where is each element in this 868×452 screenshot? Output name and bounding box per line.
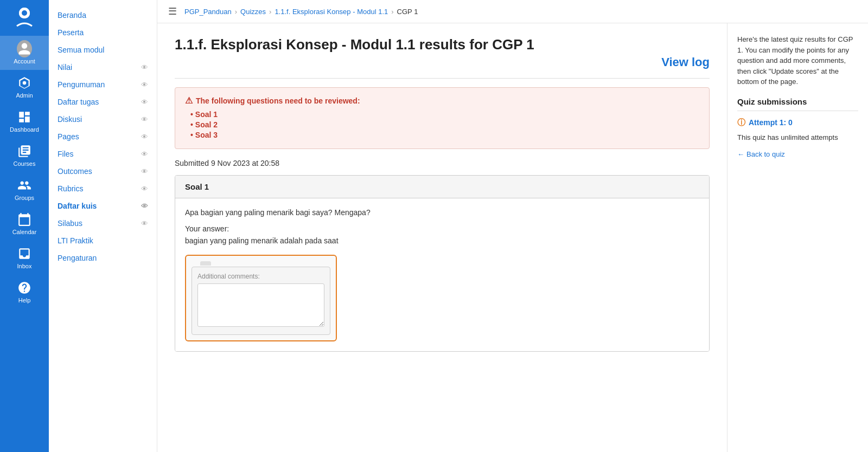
question-card-body: Apa bagian yang paling menarik bagi saya… [175,198,709,351]
question-card-header: Soal 1 [175,176,709,198]
nav-label-courses: Courses [14,160,36,167]
nav-logo [11,5,37,31]
nav-bar: Account Admin Dashboard Courses [0,0,49,452]
sidebar-item-pages[interactable]: Pages 👁 [49,128,157,145]
breadcrumb-sep-1: › [235,8,237,16]
comments-tab [200,261,211,266]
attempt-badge: ⓘ Attempt 1: 0 [737,118,858,128]
back-to-quiz-link[interactable]: ← Back to quiz [737,150,858,158]
sidebar-item-nilai[interactable]: Nilai 👁 [49,59,157,76]
top-bar: ☰ PGP_Panduan › Quizzes › 1.1.f. Eksplor… [157,0,868,23]
right-panel: Here's the latest quiz results for CGP 1… [727,23,868,452]
nav-item-account[interactable]: Account [0,36,49,70]
eye-icon-daftar-tugas: 👁 [141,98,148,106]
nav-label-groups: Groups [15,195,34,201]
svg-point-2 [23,81,27,85]
right-panel-description: Here's the latest quiz results for CGP 1… [737,34,858,87]
submitted-text: Submitted 9 Nov 2023 at 20:58 [175,159,710,167]
sidebar-item-rubrics[interactable]: Rubrics 👁 [49,180,157,197]
breadcrumb-eksplorasi[interactable]: 1.1.f. Eksplorasi Konsep - Modul 1.1 [275,8,388,16]
sidebar-item-diskusi[interactable]: Diskusi 👁 [49,111,157,128]
eye-icon-outcomes: 👁 [141,167,148,176]
sidebar: Beranda Peserta Semua modul Nilai 👁 Peng… [49,0,157,452]
admin-icon [17,75,32,91]
breadcrumb-sep-3: › [391,8,393,16]
dashboard-icon [17,109,32,125]
sidebar-item-daftar-tugas[interactable]: Daftar tugas 👁 [49,93,157,111]
eye-icon-pengumuman: 👁 [141,81,148,89]
sidebar-item-semua-modul[interactable]: Semua modul [49,41,157,59]
nav-label-account: Account [14,58,35,64]
review-warning: ⚠ The following questions need to be rev… [175,87,710,149]
eye-icon-daftar-kuis: 👁 [141,202,148,210]
content-area: 1.1.f. Eksplorasi Konsep - Modul 1.1 res… [157,23,868,452]
unlimited-text: This quiz has unlimited attempts [737,132,858,143]
comments-textarea[interactable] [197,283,324,327]
sidebar-item-pengumuman[interactable]: Pengumuman 👁 [49,76,157,93]
comments-label: Additional comments: [197,273,324,280]
main-wrap: ☰ PGP_Panduan › Quizzes › 1.1.f. Eksplor… [157,0,868,452]
nav-item-inbox[interactable]: Inbox [0,241,49,275]
breadcrumb-cgp1: CGP 1 [397,8,418,16]
nav-label-help: Help [18,297,31,304]
groups-icon [17,178,32,193]
sidebar-item-beranda[interactable]: Beranda [49,7,157,24]
nav-label-dashboard: Dashboard [10,126,39,133]
warning-item-3: Soal 3 [190,131,699,139]
inbox-icon [17,246,32,261]
title-divider [175,78,710,79]
page-title: 1.1.f. Eksplorasi Konsep - Modul 1.1 res… [175,36,710,53]
sidebar-item-files[interactable]: Files 👁 [49,145,157,163]
warning-item-2: Soal 2 [190,120,699,129]
right-panel-divider [737,111,858,111]
sidebar-item-outcomes[interactable]: Outcomes 👁 [49,163,157,180]
eye-icon-nilai: 👁 [141,63,148,72]
nav-item-dashboard[interactable]: Dashboard [0,104,49,138]
breadcrumb-sep-2: › [269,8,271,16]
nav-label-calendar: Calendar [12,229,37,235]
courses-icon [17,144,32,159]
back-arrow-icon: ← [737,150,744,158]
sidebar-item-peserta[interactable]: Peserta [49,24,157,41]
eye-icon-pages: 👁 [141,133,148,141]
nav-item-courses[interactable]: Courses [0,138,49,172]
warning-item-1: Soal 1 [190,110,699,119]
warning-items-list: Soal 1 Soal 2 Soal 3 [185,110,699,139]
sidebar-item-lti-praktik[interactable]: LTI Praktik [49,232,157,249]
eye-icon-files: 👁 [141,150,148,158]
question-text: Apa bagian yang paling menarik bagi saya… [185,208,699,217]
eye-icon-rubrics: 👁 [141,185,148,193]
nav-label-inbox: Inbox [17,263,32,269]
warning-title: ⚠ The following questions need to be rev… [185,95,699,106]
view-log-link[interactable]: View log [661,55,710,69]
eye-icon-silabus: 👁 [141,219,148,228]
sidebar-item-pengaturan[interactable]: Pengaturan [49,249,157,267]
sidebar-item-daftar-kuis[interactable]: Daftar kuis 👁 [49,197,157,215]
nav-item-help[interactable]: Help [0,275,49,309]
svg-point-1 [22,10,27,16]
attempt-label: Attempt 1: 0 [749,118,793,127]
attempt-info-icon: ⓘ [737,118,745,128]
main-content: 1.1.f. Eksplorasi Konsep - Modul 1.1 res… [157,23,727,452]
your-answer-label: Your answer: [185,224,699,233]
breadcrumb-quizzes[interactable]: Quizzes [240,8,266,16]
comments-box: Additional comments: [185,255,337,341]
help-icon [17,280,32,295]
eye-icon-diskusi: 👁 [141,115,148,124]
answer-text: bagian yang paling menarik adalah pada s… [185,236,699,245]
account-icon [17,41,32,56]
warning-icon: ⚠ [185,95,193,106]
nav-item-admin[interactable]: Admin [0,70,49,104]
calendar-icon [17,212,32,227]
nav-item-calendar[interactable]: Calendar [0,206,49,241]
nav-item-groups[interactable]: Groups [0,172,49,206]
hamburger-icon[interactable]: ☰ [168,5,177,17]
sidebar-item-silabus[interactable]: Silabus 👁 [49,215,157,232]
question-card-1: Soal 1 Apa bagian yang paling menarik ba… [175,175,710,352]
breadcrumb-pgp[interactable]: PGP_Panduan [184,8,232,16]
nav-label-admin: Admin [16,92,33,99]
quiz-submissions-title: Quiz submissions [737,97,858,106]
view-log-row: View log [175,55,710,69]
